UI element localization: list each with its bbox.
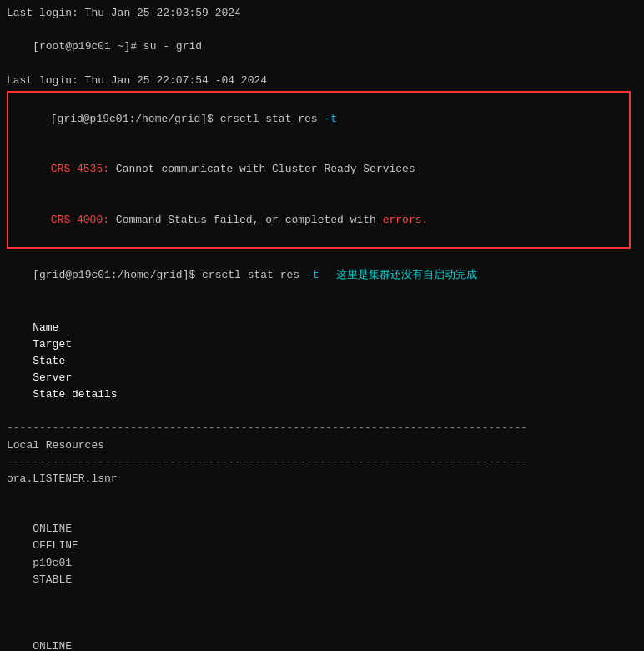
error-box: [grid@p19c01:/home/grid]$ crsctl stat re… bbox=[7, 91, 631, 249]
resource-listener-lsnr-row2: ONLINE ONLINE p19c02 STABLE bbox=[7, 605, 637, 651]
table-header: Name Target State Server State details bbox=[7, 302, 637, 420]
error-4535-line: CRS-4535: Cannot communicate with Cluste… bbox=[12, 144, 626, 194]
last-login-line-2: Last login: Thu Jan 25 22:07:54 -04 2024 bbox=[7, 73, 637, 89]
resource-listener-lsnr-name: ora.LISTENER.lsnr bbox=[7, 471, 637, 487]
separator-1: ----------------------------------------… bbox=[7, 420, 637, 437]
resource-listener-lsnr-row1: ONLINE OFFLINE p19c01 STABLE bbox=[7, 487, 637, 605]
local-resources-title: Local Resources bbox=[7, 437, 637, 454]
error-4000-line: CRS-4000: Command Status failed, or comp… bbox=[12, 195, 626, 245]
terminal-window: Last login: Thu Jan 25 22:03:59 2024 [ro… bbox=[0, 0, 644, 651]
prompt-su-line: [root@p19c01 ~]# su - grid bbox=[7, 22, 637, 72]
separator-2: ----------------------------------------… bbox=[7, 454, 637, 471]
prompt-crsctl2: [grid@p19c01:/home/grid]$ crsctl stat re… bbox=[7, 250, 637, 300]
last-login-line-1: Last login: Thu Jan 25 22:03:59 2024 bbox=[7, 5, 637, 22]
prompt-crsctl1: [grid@p19c01:/home/grid]$ crsctl stat re… bbox=[12, 94, 626, 144]
